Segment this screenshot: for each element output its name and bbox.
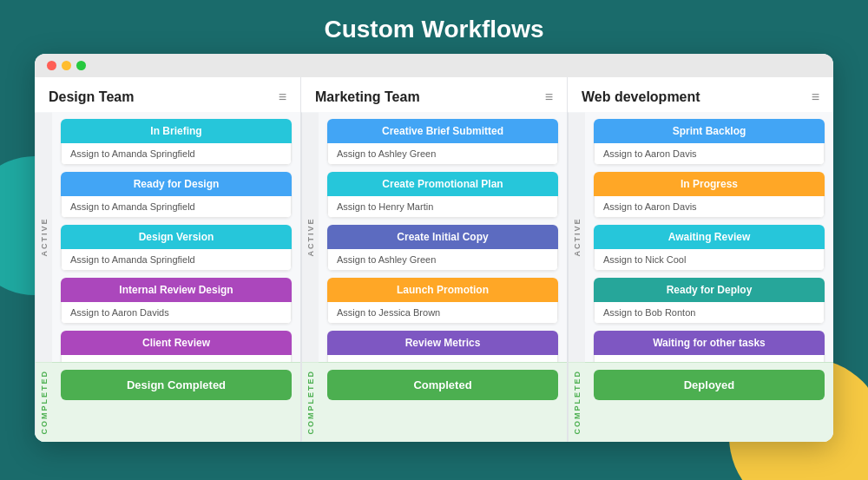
active-label-marketing-team: ACTIVE [301, 112, 319, 362]
browser-dot-green [76, 61, 86, 70]
completed-section-web-development: COMPLETEDDeployed [568, 362, 833, 442]
card-design-team-1[interactable]: Ready for DesignAssign to Amanda Springf… [61, 172, 292, 218]
browser-dot-red [47, 61, 56, 70]
browser-dot-yellow [62, 61, 71, 70]
card-assign-marketing-team-0: Assign to Ashley Green [327, 143, 558, 165]
completed-card-web-development[interactable]: Deployed [594, 370, 825, 400]
card-assign-web-development-0: Assign to Aaron Davis [594, 143, 825, 165]
card-header-marketing-team-4: Review Metrics [327, 331, 558, 355]
column-menu-design-team[interactable]: ≡ [279, 89, 286, 105]
completed-section-marketing-team: COMPLETEDCompleted [301, 362, 567, 442]
card-assign-web-development-3: Assign to Bob Ronton [594, 302, 825, 324]
card-header-web-development-0: Sprint Backlog [594, 119, 825, 143]
card-assign-design-team-2: Assign to Amanda Springfield [61, 249, 292, 271]
card-design-team-3[interactable]: Internal Review DesignAssign to Aaron Da… [61, 278, 292, 324]
card-assign-design-team-1: Assign to Amanda Springfield [61, 196, 292, 218]
card-assign-web-development-4: Assign to Michele Hendrix [594, 355, 825, 362]
column-title-web-development: Web development [582, 89, 700, 105]
completed-section-design-team: COMPLETEDDesign Completed [35, 362, 300, 442]
card-header-design-team-2: Design Version [61, 225, 292, 249]
card-header-marketing-team-3: Launch Promotion [327, 278, 558, 302]
active-label-web-development: ACTIVE [568, 112, 585, 362]
card-header-design-team-1: Ready for Design [61, 172, 292, 196]
card-assign-web-development-1: Assign to Aaron Davis [594, 196, 825, 218]
card-assign-design-team-3: Assign to Aaron Davids [61, 302, 292, 324]
cards-list-web-development: Sprint BacklogAssign to Aaron DavisIn Pr… [585, 112, 833, 362]
kanban-column-web-development: Web development≡ACTIVESprint BacklogAssi… [568, 77, 833, 442]
card-header-design-team-4: Client Review [61, 331, 292, 355]
kanban-column-design-team: Design Team≡ACTIVEIn BriefingAssign to A… [35, 77, 301, 442]
card-marketing-team-0[interactable]: Creative Brief SubmittedAssign to Ashley… [327, 119, 558, 165]
card-header-marketing-team-2: Create Initial Copy [327, 225, 558, 249]
active-section-web-development: ACTIVESprint BacklogAssign to Aaron Davi… [568, 112, 833, 362]
completed-card-design-team[interactable]: Design Completed [61, 370, 292, 400]
browser-window: Design Team≡ACTIVEIn BriefingAssign to A… [35, 54, 833, 442]
card-header-marketing-team-0: Creative Brief Submitted [327, 119, 558, 143]
card-marketing-team-1[interactable]: Create Promotional PlanAssign to Henry M… [327, 172, 558, 218]
active-section-marketing-team: ACTIVECreative Brief SubmittedAssign to … [301, 112, 567, 362]
completed-label-marketing-team: COMPLETED [301, 363, 319, 442]
column-menu-marketing-team[interactable]: ≡ [545, 89, 553, 105]
completed-cards-web-development: Deployed [585, 363, 833, 442]
kanban-column-marketing-team: Marketing Team≡ACTIVECreative Brief Subm… [301, 77, 568, 442]
completed-card-marketing-team[interactable]: Completed [327, 370, 558, 400]
column-header-web-development: Web development≡ [568, 77, 833, 112]
card-assign-web-development-2: Assign to Nick Cool [594, 249, 825, 271]
card-marketing-team-3[interactable]: Launch PromotionAssign to Jessica Brown [327, 278, 558, 324]
card-assign-marketing-team-4: Assign to Ashley Green [327, 355, 558, 362]
card-web-development-1[interactable]: In ProgressAssign to Aaron Davis [594, 172, 825, 218]
card-assign-marketing-team-3: Assign to Jessica Brown [327, 302, 558, 324]
kanban-area: Design Team≡ACTIVEIn BriefingAssign to A… [35, 77, 833, 442]
column-title-design-team: Design Team [49, 89, 134, 105]
card-header-design-team-0: In Briefing [61, 119, 292, 143]
card-design-team-0[interactable]: In BriefingAssign to Amanda Springfield [61, 119, 292, 165]
completed-label-design-team: COMPLETED [35, 363, 52, 442]
card-assign-design-team-0: Assign to Amanda Springfield [61, 143, 292, 165]
active-label-design-team: ACTIVE [35, 112, 52, 362]
card-header-web-development-4: Waiting for other tasks [594, 331, 825, 355]
card-assign-marketing-team-1: Assign to Henry Martin [327, 196, 558, 218]
card-marketing-team-4[interactable]: Review MetricsAssign to Ashley Green [327, 331, 558, 362]
active-section-design-team: ACTIVEIn BriefingAssign to Amanda Spring… [35, 112, 300, 362]
card-header-web-development-3: Ready for Deploy [594, 278, 825, 302]
card-header-marketing-team-1: Create Promotional Plan [327, 172, 558, 196]
card-assign-marketing-team-2: Assign to Ashley Green [327, 249, 558, 271]
card-header-web-development-2: Awaiting Review [594, 225, 825, 249]
completed-cards-marketing-team: Completed [319, 363, 567, 442]
cards-list-design-team: In BriefingAssign to Amanda SpringfieldR… [52, 112, 300, 362]
card-design-team-2[interactable]: Design VersionAssign to Amanda Springfie… [61, 225, 292, 271]
page-title: Custom Workflows [0, 0, 868, 54]
card-web-development-2[interactable]: Awaiting ReviewAssign to Nick Cool [594, 225, 825, 271]
card-web-development-0[interactable]: Sprint BacklogAssign to Aaron Davis [594, 119, 825, 165]
card-design-team-4[interactable]: Client ReviewAssign to Aaron Davids [61, 331, 292, 362]
column-title-marketing-team: Marketing Team [315, 89, 420, 105]
card-web-development-3[interactable]: Ready for DeployAssign to Bob Ronton [594, 278, 825, 324]
column-header-marketing-team: Marketing Team≡ [301, 77, 567, 112]
card-header-web-development-1: In Progress [594, 172, 825, 196]
completed-label-web-development: COMPLETED [568, 363, 585, 442]
completed-cards-design-team: Design Completed [52, 363, 300, 442]
column-header-design-team: Design Team≡ [35, 77, 300, 112]
card-assign-design-team-4: Assign to Aaron Davids [61, 355, 292, 362]
cards-list-marketing-team: Creative Brief SubmittedAssign to Ashley… [319, 112, 567, 362]
browser-bar [35, 54, 833, 77]
card-marketing-team-2[interactable]: Create Initial CopyAssign to Ashley Gree… [327, 225, 558, 271]
card-web-development-4[interactable]: Waiting for other tasksAssign to Michele… [594, 331, 825, 362]
card-header-design-team-3: Internal Review Design [61, 278, 292, 302]
column-menu-web-development[interactable]: ≡ [812, 89, 819, 105]
